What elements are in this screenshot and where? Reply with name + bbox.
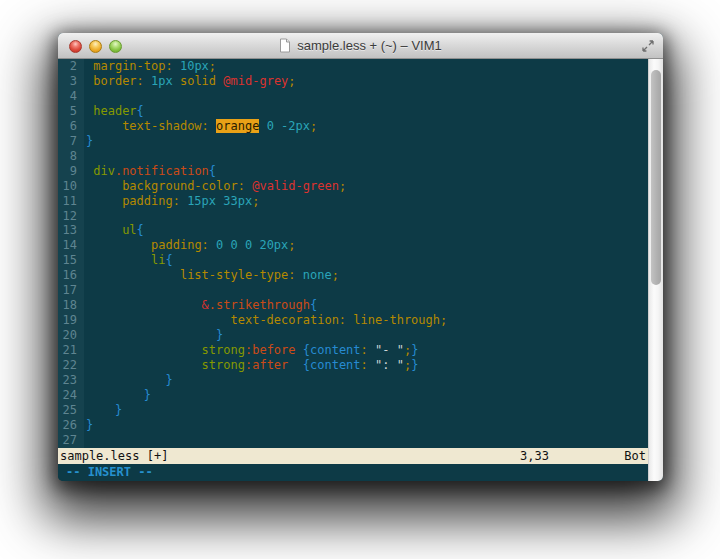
code-line: li{ <box>86 253 648 268</box>
line-number: 25 <box>58 403 77 418</box>
line-number: 5 <box>58 104 77 119</box>
line-number: 3 <box>58 74 77 89</box>
vim-mode-line: -- INSERT -- <box>58 464 648 481</box>
code-line: } <box>86 403 648 418</box>
line-number: 12 <box>58 209 77 224</box>
code-line: border: 1px solid @mid-grey; <box>86 74 648 89</box>
code-line: header{ <box>86 104 648 119</box>
code-line: ul{ <box>86 223 648 238</box>
line-number: 24 <box>58 388 77 403</box>
code-line: padding: 15px 33px; <box>86 194 648 209</box>
window-title-group: sample.less + (~) – VIM1 <box>279 38 442 53</box>
line-number: 21 <box>58 343 77 358</box>
document-icon <box>279 38 291 53</box>
code-line: text-shadow: orange 0 -2px; <box>86 119 648 134</box>
line-number: 8 <box>58 149 77 164</box>
code-line: list-style-type: none; <box>86 268 648 283</box>
line-number: 22 <box>58 358 77 373</box>
line-number: 18 <box>58 298 77 313</box>
vim-window: sample.less + (~) – VIM1 234567891011121… <box>58 33 663 481</box>
code-line: text-decoration: line-through; <box>86 313 648 328</box>
line-number: 14 <box>58 238 77 253</box>
line-number: 11 <box>58 194 77 209</box>
line-number: 16 <box>58 268 77 283</box>
code-line: strong:after {content: ": ";} <box>86 358 648 373</box>
line-number: 27 <box>58 433 77 448</box>
status-scroll-position: Bot <box>624 448 646 464</box>
line-number: 19 <box>58 313 77 328</box>
line-number-gutter: 2345678910111213141516171819202122232425… <box>58 59 84 448</box>
code-line: } <box>86 418 648 433</box>
title-bar[interactable]: sample.less + (~) – VIM1 <box>58 33 663 59</box>
line-number: 6 <box>58 119 77 134</box>
code-line: } <box>86 134 648 149</box>
scrollbar-track[interactable] <box>648 59 663 481</box>
line-number: 13 <box>58 223 77 238</box>
code-line: } <box>86 388 648 403</box>
line-number: 2 <box>58 59 77 74</box>
code-line <box>86 89 648 104</box>
line-number: 7 <box>58 134 77 149</box>
line-number: 17 <box>58 283 77 298</box>
code-line: div.notification{ <box>86 164 648 179</box>
code-line: &.strikethrough{ <box>86 298 648 313</box>
line-number: 9 <box>58 164 77 179</box>
window-controls <box>69 40 122 53</box>
code-line: background-color: @valid-green; <box>86 179 648 194</box>
minimize-button[interactable] <box>89 40 102 53</box>
code-line: } <box>86 373 648 388</box>
code-area[interactable]: 2345678910111213141516171819202122232425… <box>58 59 648 448</box>
line-number: 10 <box>58 179 77 194</box>
code-line <box>86 149 648 164</box>
fullscreen-icon[interactable] <box>641 39 655 53</box>
window-title: sample.less + (~) – VIM1 <box>297 38 442 53</box>
line-number: 15 <box>58 253 77 268</box>
code-line <box>86 433 648 448</box>
code-line: } <box>86 328 648 343</box>
status-filename: sample.less [+] <box>60 448 168 464</box>
code-line: padding: 0 0 0 20px; <box>86 238 648 253</box>
editor-main: 2345678910111213141516171819202122232425… <box>58 59 648 481</box>
code-line: strong:before {content: "- ";} <box>86 343 648 358</box>
close-button[interactable] <box>69 40 82 53</box>
vim-status-bar: sample.less [+] 3,33 Bot <box>58 448 648 464</box>
scrollbar-thumb[interactable] <box>651 70 661 285</box>
line-number: 20 <box>58 328 77 343</box>
line-number: 23 <box>58 373 77 388</box>
code-line <box>86 209 648 224</box>
code-line: margin-top: 10px; <box>86 59 648 74</box>
zoom-button[interactable] <box>109 40 122 53</box>
window-body: 2345678910111213141516171819202122232425… <box>58 59 663 481</box>
code-lines[interactable]: margin-top: 10px; border: 1px solid @mid… <box>84 59 648 448</box>
line-number: 4 <box>58 89 77 104</box>
code-line <box>86 283 648 298</box>
line-number: 26 <box>58 418 77 433</box>
status-cursor-position: 3,33 <box>520 448 549 464</box>
